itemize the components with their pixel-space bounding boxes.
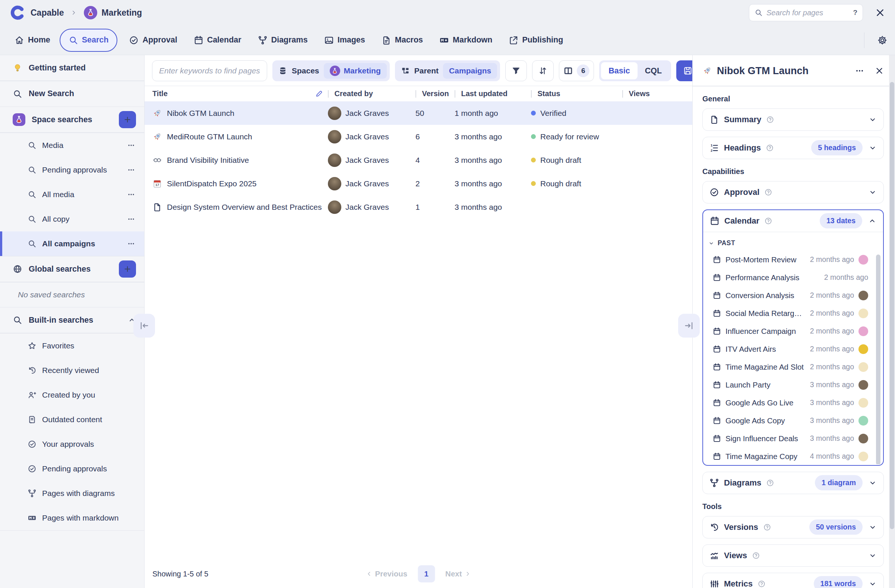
spaces-filter-value[interactable]: Marketing: [324, 63, 387, 79]
calendar-date-item[interactable]: Social Media Retargeti... 2 months ago: [708, 305, 878, 322]
pencil-icon[interactable]: [315, 90, 323, 98]
sidebar-collapse-button[interactable]: [133, 314, 155, 338]
close-icon[interactable]: [875, 66, 884, 75]
sidebar-item-builtin-search[interactable]: Pages with markdown: [0, 506, 144, 530]
calendar-date-item[interactable]: Google Ads Go Live 3 months ago: [708, 394, 878, 412]
more-options-icon[interactable]: [855, 66, 865, 76]
sidebar-item-builtin-search[interactable]: Your approvals: [0, 432, 144, 456]
previous-page-button[interactable]: Previous: [366, 569, 407, 578]
spaces-filter-chip[interactable]: Spaces Marketing: [272, 61, 390, 81]
table-row[interactable]: Brand Visibility Initiative Jack Graves …: [144, 148, 692, 172]
filter-button[interactable]: [505, 61, 527, 81]
global-search-input[interactable]: [766, 9, 849, 17]
sidebar-item-builtin-search[interactable]: Pages with diagrams: [0, 481, 144, 506]
nav-tab[interactable]: Search: [60, 29, 118, 52]
chevron-down-icon[interactable]: [869, 580, 877, 588]
sidebar-item-builtin-search[interactable]: Favorites: [0, 333, 144, 358]
add-space-search-button[interactable]: [119, 111, 136, 128]
sidebar-item-builtin-search[interactable]: Recently viewed: [0, 358, 144, 383]
calendar-date-item[interactable]: Launch Party 3 months ago: [708, 376, 878, 394]
table-row[interactable]: 17 SilentDispatch Expo 2025 Jack Graves …: [144, 172, 692, 195]
column-header-last-updated[interactable]: Last updated: [455, 89, 531, 98]
capable-logo-icon[interactable]: [10, 5, 25, 21]
breadcrumb-space[interactable]: Marketing: [84, 6, 142, 20]
calendar-date-item[interactable]: Influencer Campaign 2 months ago: [708, 322, 878, 340]
approval-card-header[interactable]: Approval: [703, 182, 883, 203]
nav-tab[interactable]: Publishing: [502, 29, 570, 52]
sidebar-item-space-search[interactable]: All copy: [0, 207, 144, 231]
help-icon[interactable]: [766, 144, 774, 152]
calendar-date-item[interactable]: Performance Analysis 2 months ago: [708, 269, 878, 286]
calendar-date-item[interactable]: Post-Mortem Review 2 months ago: [708, 251, 878, 269]
chevron-down-icon[interactable]: [869, 144, 877, 152]
column-header-version[interactable]: Version: [416, 89, 455, 98]
more-options-icon[interactable]: [127, 141, 135, 149]
sidebar-header-builtin-searches[interactable]: Built-in searches: [0, 308, 144, 333]
sidebar-header-space-searches[interactable]: Space searches: [0, 107, 144, 132]
column-header-views[interactable]: Views: [622, 89, 692, 98]
mode-cql-button[interactable]: CQL: [637, 62, 669, 79]
chevron-down-icon[interactable]: [869, 115, 877, 124]
more-options-icon[interactable]: [127, 215, 135, 223]
panel-collapse-button[interactable]: [678, 314, 700, 338]
mode-basic-button[interactable]: Basic: [601, 62, 637, 79]
more-options-icon[interactable]: [127, 166, 135, 174]
current-page-button[interactable]: 1: [418, 565, 435, 582]
summary-card-header[interactable]: Summary: [703, 109, 883, 130]
sidebar-item-new-search[interactable]: New Search: [0, 81, 144, 106]
help-icon[interactable]: [764, 188, 772, 196]
help-icon[interactable]: [764, 217, 772, 225]
calendar-date-item[interactable]: Time Magazine Ad Slot 2 months ago: [708, 358, 878, 376]
nav-tab[interactable]: Home: [8, 29, 58, 52]
sidebar-header-global-searches[interactable]: Global searches: [0, 256, 144, 282]
table-row[interactable]: MediRoute GTM Launch Jack Graves 6 3 mon…: [144, 125, 692, 148]
chevron-down-icon[interactable]: [869, 479, 877, 487]
global-search-box[interactable]: ?: [749, 4, 863, 21]
sidebar-item-builtin-search[interactable]: Pending approvals: [0, 456, 144, 481]
sidebar-item-space-search[interactable]: All campaigns: [0, 231, 144, 256]
help-icon[interactable]: [757, 580, 766, 588]
sidebar-item-space-search[interactable]: Media: [0, 133, 144, 158]
product-name[interactable]: Capable: [30, 8, 64, 18]
next-page-button[interactable]: Next: [445, 569, 470, 578]
nav-tab[interactable]: Images: [317, 29, 372, 52]
nav-tab[interactable]: Calendar: [187, 29, 249, 52]
add-global-search-button[interactable]: [119, 261, 136, 277]
gear-icon[interactable]: [877, 35, 887, 45]
column-header-created-by[interactable]: Created by: [328, 89, 416, 98]
parent-filter-chip[interactable]: Parent Campaigns: [395, 61, 501, 81]
sidebar-item-builtin-search[interactable]: Created by you: [0, 383, 144, 407]
column-header-title[interactable]: Title: [144, 89, 328, 98]
column-header-status[interactable]: Status: [531, 89, 622, 98]
chevron-down-icon[interactable]: [869, 188, 877, 196]
help-icon[interactable]: [752, 552, 760, 560]
close-icon[interactable]: [875, 8, 885, 18]
diagrams-card-header[interactable]: Diagrams 1 diagram: [703, 472, 883, 494]
chevron-down-icon[interactable]: [869, 552, 877, 560]
panel-scrollbar-track[interactable]: [889, 55, 895, 588]
calendar-date-item[interactable]: ITV Advert Airs 2 months ago: [708, 340, 878, 358]
nav-tab[interactable]: Approval: [123, 29, 184, 52]
headings-card-header[interactable]: 12 Headings 5 headings: [703, 137, 883, 159]
help-icon[interactable]: [766, 479, 774, 487]
sidebar-item-builtin-search[interactable]: Outdated content: [0, 407, 144, 432]
columns-button[interactable]: 6: [559, 61, 594, 81]
nav-tab[interactable]: Macros: [375, 29, 430, 52]
calendar-card-header[interactable]: Calendar 13 dates: [703, 210, 883, 232]
nav-tab[interactable]: Markdown: [432, 29, 499, 52]
more-options-icon[interactable]: [127, 190, 135, 199]
parent-filter-value[interactable]: Campaigns: [443, 63, 497, 79]
metrics-card-header[interactable]: Metrics 181 words: [703, 573, 883, 588]
panel-scrollbar-thumb[interactable]: [890, 82, 894, 529]
sort-button[interactable]: [532, 61, 554, 81]
views-card-header[interactable]: Views: [703, 545, 883, 567]
help-icon[interactable]: [763, 523, 771, 531]
table-row[interactable]: Design System Overview and Best Practice…: [144, 195, 692, 219]
calendar-date-item[interactable]: Sign Influencer Deals 3 months ago: [708, 430, 878, 447]
past-group-toggle[interactable]: PAST: [708, 236, 878, 251]
sidebar-item-getting-started[interactable]: Getting started: [0, 55, 144, 80]
keywords-input[interactable]: [152, 61, 267, 81]
more-options-icon[interactable]: [127, 239, 135, 248]
chevron-down-icon[interactable]: [869, 523, 877, 531]
help-icon[interactable]: [766, 115, 774, 124]
